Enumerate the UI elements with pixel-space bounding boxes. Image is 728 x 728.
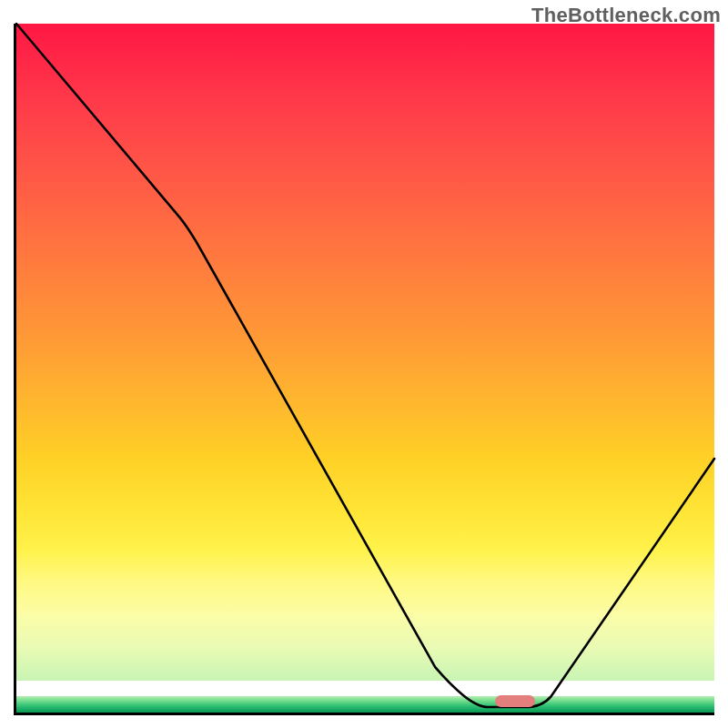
optimal-marker <box>495 695 535 707</box>
plot-area <box>14 24 714 715</box>
bottleneck-curve-path <box>16 24 714 707</box>
bottleneck-curve-svg <box>16 24 714 713</box>
chart-canvas: TheBottleneck.com <box>0 0 728 728</box>
